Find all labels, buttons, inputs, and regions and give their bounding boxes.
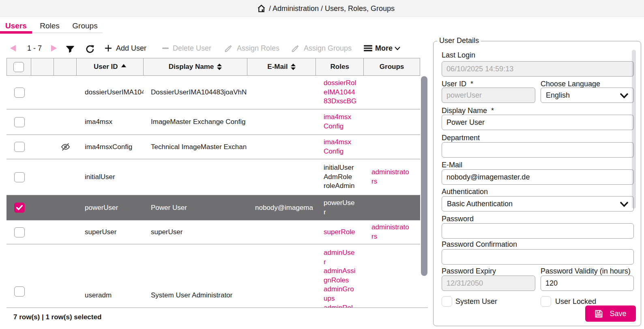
role-line: ima4msx [324,113,351,122]
user-details-panel: User Details Last Login User ID * Choose… [433,41,641,326]
save-button[interactable]: Save [585,306,636,322]
role-links[interactable]: adminUseradminAssignRolesadminGroupsadmi… [324,248,355,308]
role-links[interactable]: powerUser [324,199,355,217]
tab-groups[interactable]: Groups [67,19,103,32]
row-checkbox[interactable] [14,117,25,127]
tab-users[interactable]: Users [0,19,32,32]
header-roles-label: Roles [331,63,349,71]
select-all-checkbox[interactable] [13,62,24,72]
add-user-button[interactable]: Add User [105,39,146,58]
role-line: roleAdmin [324,182,355,191]
role-links[interactable]: ima4msxConfig [324,138,351,156]
table-row-superUser[interactable]: superUsersuperUsersuperRoleadministrator… [6,220,420,244]
role-line: adminRol [324,303,355,308]
tab-roles[interactable]: Roles [32,19,67,32]
funnel-icon [66,46,74,53]
department-field[interactable] [442,142,634,158]
cell-display-name-text: superUser [151,228,182,236]
eye-off-icon [61,142,70,152]
assign-groups-button[interactable]: Assign Groups [291,39,352,58]
sort-both-icon [217,64,222,70]
cell-email [248,220,316,244]
role-links: initialUserAdmRoleroleAdmin [324,163,355,191]
email-label: E-Mail [442,161,462,169]
role-line: dossierRol [324,79,356,88]
group-line: rs [371,177,409,186]
cell-email: nobody@imagema [248,195,316,220]
pager-range-text: 1 - 7 [27,44,42,53]
panel-legend: User Details [437,36,481,45]
delete-user-button[interactable]: Delete User [162,39,211,58]
cell-roles: superRole [316,220,364,244]
group-links[interactable]: administrators [371,223,409,241]
cell-groups: administrators [364,159,420,195]
role-line: r [324,208,355,217]
display-name-label: Display Name * [442,107,494,115]
header-email[interactable]: E-Mail [247,58,316,75]
table-row-ima4msxConfig[interactable]: ima4msxConfigTechnical ImageMaster Excha… [6,135,420,159]
last-login-field[interactable] [442,61,634,77]
cell-user-id-text: ima4msxConfig [85,143,132,151]
header-display-name[interactable]: Display Name [144,58,248,75]
panel-scrollbar-thumb[interactable] [632,50,636,209]
row-checkbox[interactable] [14,142,25,152]
users-table: User ID Display Name E-Mail Roles Groups [6,58,428,308]
table-row-dossierUserIMA104[interactable]: dossierUserIMA104DossierUserIMA104483joa… [6,76,420,109]
user-id-field[interactable] [442,88,535,103]
table-body[interactable]: dossierUserIMA104DossierUserIMA104483joa… [6,76,428,308]
sort-asc-icon [121,64,126,67]
pager-prev-button[interactable] [10,39,16,58]
authentication-label: Authentication [442,188,488,196]
authentication-select[interactable]: Basic Authentication [442,196,634,212]
group-links[interactable]: administrators [371,168,409,186]
filter-button[interactable] [66,39,74,58]
role-line: gnRoles [324,276,355,285]
chevron-down-icon [620,93,629,98]
cell-roles: powerUser [316,195,364,220]
password-expiry-field[interactable] [442,276,535,291]
cell-email [248,244,316,308]
user-locked-checkbox[interactable] [541,296,551,307]
email-field[interactable] [442,169,634,185]
cell-user-id: ima4msx [77,109,144,135]
refresh-button[interactable] [86,39,94,58]
add-user-label: Add User [116,44,146,53]
more-button[interactable]: More [364,39,400,58]
password-validity-field[interactable] [541,276,634,291]
cell-email [248,76,316,109]
home-icon[interactable] [257,4,266,13]
table-row-initialUser[interactable]: initialUserinitialUserAdmRoleroleAdminad… [6,159,420,195]
pager-next-button[interactable] [51,39,57,58]
system-user-checkbox[interactable] [442,296,452,307]
sort-both-icon [291,64,296,70]
cell-email [248,109,316,135]
table-scrollbar-thumb[interactable] [421,76,427,276]
role-links[interactable]: dossierRoleIMA104483DxscBG [324,79,356,106]
toolbar: 1 - 7 Add User Delete User Assign Ro [0,39,422,58]
user-id-label: User ID * [442,80,473,88]
row-checkbox[interactable] [14,203,25,213]
row-checkbox[interactable] [14,88,25,98]
row-checkbox[interactable] [14,227,25,237]
display-name-field[interactable] [442,115,634,130]
cell-groups: administrators [364,220,420,244]
cell-display-name: Power User [144,195,248,220]
role-line: superRole [324,228,355,237]
table-row-ima4msx[interactable]: ima4msxImageMaster Exchange Configima4ms… [6,109,420,135]
table-row-useradm[interactable]: useradmSystem User AdministratoradminUse… [6,244,420,308]
assign-roles-button[interactable]: Assign Roles [224,39,279,58]
refresh-icon [86,45,94,53]
password-confirmation-field[interactable] [442,249,634,265]
cell-roles: ima4msxConfig [316,109,364,135]
role-links[interactable]: ima4msxConfig [324,113,351,131]
pencil-icon [224,44,233,53]
table-row-powerUser[interactable]: powerUserPower Usernobody@imagemapowerUs… [6,195,420,220]
role-links[interactable]: superRole [324,228,355,237]
role-line: r [324,258,355,267]
choose-language-select[interactable]: English [541,88,634,103]
password-field[interactable] [442,223,634,239]
row-checkbox[interactable] [14,172,25,182]
row-checkbox[interactable] [14,286,25,297]
user-locked-label: User Locked [555,297,596,306]
header-user-id[interactable]: User ID [77,58,144,75]
